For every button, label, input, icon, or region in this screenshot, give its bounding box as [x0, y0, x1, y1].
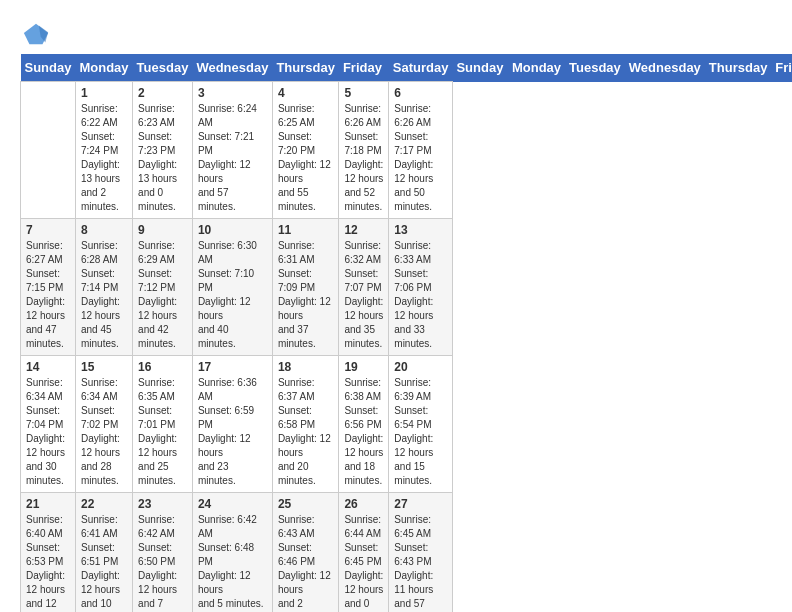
logo: [20, 20, 50, 44]
day-of-week-header: Tuesday: [133, 54, 193, 82]
day-number: 21: [26, 497, 70, 511]
day-of-week-header: Friday: [339, 54, 389, 82]
calendar-cell: 16Sunrise: 6:35 AM Sunset: 7:01 PM Dayli…: [133, 356, 193, 493]
day-number: 9: [138, 223, 187, 237]
calendar-cell: 5Sunrise: 6:26 AM Sunset: 7:18 PM Daylig…: [339, 82, 389, 219]
day-info: Sunrise: 6:33 AM Sunset: 7:06 PM Dayligh…: [394, 239, 447, 351]
day-of-week-header: Monday: [75, 54, 132, 82]
calendar-cell: 7Sunrise: 6:27 AM Sunset: 7:15 PM Daylig…: [21, 219, 76, 356]
calendar-cell: 18Sunrise: 6:37 AM Sunset: 6:58 PM Dayli…: [272, 356, 339, 493]
calendar-header-row: SundayMondayTuesdayWednesdayThursdayFrid…: [21, 54, 793, 82]
day-info: Sunrise: 6:28 AM Sunset: 7:14 PM Dayligh…: [81, 239, 127, 351]
day-info: Sunrise: 6:35 AM Sunset: 7:01 PM Dayligh…: [138, 376, 187, 488]
calendar-cell: 24Sunrise: 6:42 AM Sunset: 6:48 PM Dayli…: [192, 493, 272, 613]
day-number: 27: [394, 497, 447, 511]
calendar-cell: 20Sunrise: 6:39 AM Sunset: 6:54 PM Dayli…: [389, 356, 453, 493]
calendar-cell: 21Sunrise: 6:40 AM Sunset: 6:53 PM Dayli…: [21, 493, 76, 613]
calendar-cell: 26Sunrise: 6:44 AM Sunset: 6:45 PM Dayli…: [339, 493, 389, 613]
day-info: Sunrise: 6:43 AM Sunset: 6:46 PM Dayligh…: [278, 513, 334, 612]
day-info: Sunrise: 6:27 AM Sunset: 7:15 PM Dayligh…: [26, 239, 70, 351]
day-info: Sunrise: 6:36 AM Sunset: 6:59 PM Dayligh…: [198, 376, 267, 488]
day-of-week-header: Sunday: [21, 54, 76, 82]
day-number: 3: [198, 86, 267, 100]
calendar-week-row: 21Sunrise: 6:40 AM Sunset: 6:53 PM Dayli…: [21, 493, 793, 613]
calendar-cell: 3Sunrise: 6:24 AM Sunset: 7:21 PM Daylig…: [192, 82, 272, 219]
day-of-week-header: Tuesday: [565, 54, 625, 82]
day-number: 14: [26, 360, 70, 374]
day-number: 4: [278, 86, 334, 100]
day-of-week-header: Thursday: [705, 54, 772, 82]
day-of-week-header: Friday: [771, 54, 792, 82]
day-info: Sunrise: 6:37 AM Sunset: 6:58 PM Dayligh…: [278, 376, 334, 488]
calendar-cell: 25Sunrise: 6:43 AM Sunset: 6:46 PM Dayli…: [272, 493, 339, 613]
day-info: Sunrise: 6:22 AM Sunset: 7:24 PM Dayligh…: [81, 102, 127, 214]
day-info: Sunrise: 6:40 AM Sunset: 6:53 PM Dayligh…: [26, 513, 70, 612]
day-info: Sunrise: 6:42 AM Sunset: 6:48 PM Dayligh…: [198, 513, 267, 611]
calendar-week-row: 7Sunrise: 6:27 AM Sunset: 7:15 PM Daylig…: [21, 219, 793, 356]
day-info: Sunrise: 6:30 AM Sunset: 7:10 PM Dayligh…: [198, 239, 267, 351]
calendar-cell: 17Sunrise: 6:36 AM Sunset: 6:59 PM Dayli…: [192, 356, 272, 493]
day-number: 5: [344, 86, 383, 100]
calendar-week-row: 14Sunrise: 6:34 AM Sunset: 7:04 PM Dayli…: [21, 356, 793, 493]
day-number: 22: [81, 497, 127, 511]
day-number: 13: [394, 223, 447, 237]
day-number: 25: [278, 497, 334, 511]
day-info: Sunrise: 6:24 AM Sunset: 7:21 PM Dayligh…: [198, 102, 267, 214]
logo-icon: [22, 20, 50, 48]
day-number: 2: [138, 86, 187, 100]
day-of-week-header: Wednesday: [625, 54, 705, 82]
day-info: Sunrise: 6:39 AM Sunset: 6:54 PM Dayligh…: [394, 376, 447, 488]
day-info: Sunrise: 6:26 AM Sunset: 7:17 PM Dayligh…: [394, 102, 447, 214]
day-number: 11: [278, 223, 334, 237]
calendar-cell: 6Sunrise: 6:26 AM Sunset: 7:17 PM Daylig…: [389, 82, 453, 219]
day-number: 24: [198, 497, 267, 511]
day-of-week-header: Monday: [508, 54, 565, 82]
day-number: 18: [278, 360, 334, 374]
calendar-cell: 13Sunrise: 6:33 AM Sunset: 7:06 PM Dayli…: [389, 219, 453, 356]
day-number: 17: [198, 360, 267, 374]
calendar-cell: 8Sunrise: 6:28 AM Sunset: 7:14 PM Daylig…: [75, 219, 132, 356]
calendar-cell: 10Sunrise: 6:30 AM Sunset: 7:10 PM Dayli…: [192, 219, 272, 356]
day-number: 8: [81, 223, 127, 237]
day-info: Sunrise: 6:32 AM Sunset: 7:07 PM Dayligh…: [344, 239, 383, 351]
day-number: 10: [198, 223, 267, 237]
calendar-cell: 27Sunrise: 6:45 AM Sunset: 6:43 PM Dayli…: [389, 493, 453, 613]
day-number: 26: [344, 497, 383, 511]
calendar-cell: 22Sunrise: 6:41 AM Sunset: 6:51 PM Dayli…: [75, 493, 132, 613]
day-of-week-header: Wednesday: [192, 54, 272, 82]
day-info: Sunrise: 6:26 AM Sunset: 7:18 PM Dayligh…: [344, 102, 383, 214]
calendar-cell: 4Sunrise: 6:25 AM Sunset: 7:20 PM Daylig…: [272, 82, 339, 219]
calendar-cell: 14Sunrise: 6:34 AM Sunset: 7:04 PM Dayli…: [21, 356, 76, 493]
day-info: Sunrise: 6:34 AM Sunset: 7:04 PM Dayligh…: [26, 376, 70, 488]
day-info: Sunrise: 6:38 AM Sunset: 6:56 PM Dayligh…: [344, 376, 383, 488]
day-number: 23: [138, 497, 187, 511]
calendar-cell: 12Sunrise: 6:32 AM Sunset: 7:07 PM Dayli…: [339, 219, 389, 356]
day-of-week-header: Saturday: [389, 54, 453, 82]
day-number: 19: [344, 360, 383, 374]
day-info: Sunrise: 6:31 AM Sunset: 7:09 PM Dayligh…: [278, 239, 334, 351]
day-info: Sunrise: 6:29 AM Sunset: 7:12 PM Dayligh…: [138, 239, 187, 351]
day-info: Sunrise: 6:25 AM Sunset: 7:20 PM Dayligh…: [278, 102, 334, 214]
day-number: 20: [394, 360, 447, 374]
day-number: 15: [81, 360, 127, 374]
day-number: 6: [394, 86, 447, 100]
day-of-week-header: Sunday: [452, 54, 507, 82]
calendar-cell: 9Sunrise: 6:29 AM Sunset: 7:12 PM Daylig…: [133, 219, 193, 356]
day-number: 12: [344, 223, 383, 237]
calendar-week-row: 1Sunrise: 6:22 AM Sunset: 7:24 PM Daylig…: [21, 82, 793, 219]
day-number: 16: [138, 360, 187, 374]
day-info: Sunrise: 6:44 AM Sunset: 6:45 PM Dayligh…: [344, 513, 383, 612]
calendar-cell: 1Sunrise: 6:22 AM Sunset: 7:24 PM Daylig…: [75, 82, 132, 219]
calendar-cell: [21, 82, 76, 219]
calendar-cell: 2Sunrise: 6:23 AM Sunset: 7:23 PM Daylig…: [133, 82, 193, 219]
day-info: Sunrise: 6:42 AM Sunset: 6:50 PM Dayligh…: [138, 513, 187, 612]
day-info: Sunrise: 6:41 AM Sunset: 6:51 PM Dayligh…: [81, 513, 127, 612]
calendar-cell: 23Sunrise: 6:42 AM Sunset: 6:50 PM Dayli…: [133, 493, 193, 613]
page-header: [20, 20, 772, 44]
day-info: Sunrise: 6:45 AM Sunset: 6:43 PM Dayligh…: [394, 513, 447, 612]
day-number: 7: [26, 223, 70, 237]
calendar-cell: 11Sunrise: 6:31 AM Sunset: 7:09 PM Dayli…: [272, 219, 339, 356]
logo-text: [20, 20, 50, 48]
calendar-table: SundayMondayTuesdayWednesdayThursdayFrid…: [20, 54, 792, 612]
calendar-cell: 19Sunrise: 6:38 AM Sunset: 6:56 PM Dayli…: [339, 356, 389, 493]
